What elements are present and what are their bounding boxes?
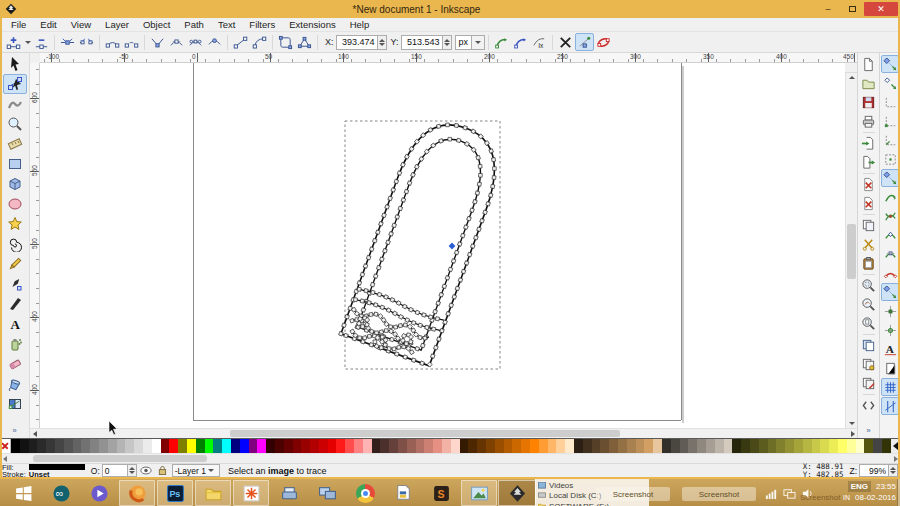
color-swatch[interactable]	[618, 439, 627, 453]
color-swatch[interactable]	[125, 439, 134, 453]
color-swatch[interactable]	[803, 439, 812, 453]
color-swatch[interactable]	[293, 439, 302, 453]
color-swatch[interactable]	[143, 439, 152, 453]
path-node[interactable]	[415, 346, 420, 351]
path-node[interactable]	[448, 137, 452, 141]
print-button[interactable]	[860, 112, 878, 130]
color-swatch[interactable]	[416, 439, 425, 453]
path-node[interactable]	[420, 361, 425, 366]
path-node[interactable]	[401, 333, 406, 338]
color-swatch[interactable]	[768, 439, 777, 453]
color-swatch[interactable]	[521, 439, 530, 453]
color-swatch[interactable]	[662, 439, 671, 453]
color-swatch[interactable]	[759, 439, 768, 453]
path-node[interactable]	[492, 158, 496, 162]
scroll-down-arrow[interactable]	[846, 419, 857, 428]
zoom-selection-button[interactable]	[860, 276, 878, 294]
save-document-button[interactable]	[860, 93, 878, 111]
path-node[interactable]	[446, 123, 450, 127]
color-swatch[interactable]	[556, 439, 565, 453]
path-node[interactable]	[397, 171, 402, 176]
path-node[interactable]	[380, 335, 384, 339]
color-swatch[interactable]	[29, 439, 38, 453]
path-node[interactable]	[437, 337, 442, 342]
path-node[interactable]	[451, 259, 456, 264]
path-node[interactable]	[404, 189, 409, 194]
path-node[interactable]	[398, 323, 402, 327]
y-coordinate-input[interactable]: 513.543	[401, 35, 443, 50]
vertical-scroll-thumb[interactable]	[847, 224, 856, 279]
taskbar-image-editor[interactable]	[233, 480, 269, 506]
color-swatch[interactable]	[161, 439, 170, 453]
explorer-item[interactable]: SOFTWARE (E:)	[538, 501, 647, 506]
color-swatch[interactable]	[37, 439, 46, 453]
path-node[interactable]	[463, 125, 468, 130]
path-node[interactable]	[387, 346, 391, 350]
color-swatch[interactable]	[600, 439, 609, 453]
path-node[interactable]	[367, 301, 371, 305]
unit-select[interactable]: px	[455, 35, 473, 50]
path-node[interactable]	[353, 298, 357, 302]
path-node[interactable]	[390, 337, 395, 342]
path-node[interactable]	[477, 227, 482, 232]
taskbar-clock[interactable]: ENG23:55 IN08-02-2016	[816, 481, 896, 503]
color-swatch[interactable]	[328, 439, 337, 453]
path-node[interactable]	[409, 307, 414, 312]
layer-select[interactable]: -Layer 1	[172, 464, 220, 477]
path-node[interactable]	[380, 305, 385, 310]
path-node[interactable]	[392, 311, 397, 316]
language-badge[interactable]: ENG	[848, 481, 871, 492]
color-swatch[interactable]	[574, 439, 583, 453]
taskbar-inkscape[interactable]	[498, 480, 536, 506]
path-node[interactable]	[364, 289, 368, 293]
taskbar-remote-desktop[interactable]	[308, 480, 346, 506]
layer-visibility-icon[interactable]	[140, 464, 153, 477]
path-node[interactable]	[384, 329, 388, 333]
path-node[interactable]	[456, 138, 461, 143]
path-node[interactable]	[489, 193, 493, 197]
path-node[interactable]	[361, 308, 366, 313]
taskbar-kmplayer[interactable]	[80, 480, 118, 506]
path-node[interactable]	[395, 215, 400, 220]
start-button[interactable]	[4, 480, 42, 506]
horizontal-scrollbar[interactable]	[30, 428, 857, 438]
color-swatch[interactable]	[275, 439, 284, 453]
spiral-tool[interactable]	[3, 234, 27, 254]
x-coordinate-spinner[interactable]	[378, 35, 387, 50]
transform-handles-toggle[interactable]	[556, 33, 575, 51]
snap-smooth-nodes-toggle[interactable]	[881, 245, 899, 263]
color-swatch[interactable]	[732, 439, 741, 453]
path-node[interactable]	[443, 320, 448, 325]
snap-bbox-edge-midpoints-toggle[interactable]	[881, 131, 899, 149]
color-swatch[interactable]	[495, 439, 504, 453]
snap-enable-toggle[interactable]	[881, 55, 899, 73]
color-swatch[interactable]	[644, 439, 653, 453]
path-node[interactable]	[405, 318, 410, 323]
color-swatch[interactable]	[354, 439, 363, 453]
color-swatch[interactable]	[539, 439, 548, 453]
path-node[interactable]	[390, 297, 395, 302]
snap-page-border-toggle[interactable]	[881, 359, 899, 377]
path-node[interactable]	[394, 352, 399, 357]
color-swatch[interactable]	[847, 439, 856, 453]
path-node[interactable]	[374, 312, 378, 316]
color-swatch[interactable]	[213, 439, 222, 453]
maximize-button[interactable]	[840, 2, 864, 16]
close-button[interactable]: ✕	[864, 2, 898, 16]
horizontal-ruler[interactable]: -100-50050100150200250300350400450	[40, 53, 857, 63]
snap-nodes-toggle[interactable]	[881, 169, 899, 187]
path-node[interactable]	[418, 335, 422, 339]
selected-node[interactable]	[449, 243, 456, 250]
zoom-drawing-button[interactable]	[860, 295, 878, 313]
path-node[interactable]	[492, 176, 496, 180]
paste-button[interactable]	[860, 254, 878, 272]
taskbar-fax[interactable]	[270, 480, 308, 506]
path-node[interactable]	[360, 299, 364, 303]
color-swatch[interactable]	[697, 439, 706, 453]
color-swatch[interactable]	[794, 439, 803, 453]
path-node[interactable]	[377, 292, 382, 297]
stroke-value[interactable]: Unset	[29, 471, 85, 478]
menu-layer[interactable]: Layer	[98, 19, 136, 30]
path-node[interactable]	[418, 323, 423, 328]
minimize-button[interactable]: –	[816, 2, 840, 16]
